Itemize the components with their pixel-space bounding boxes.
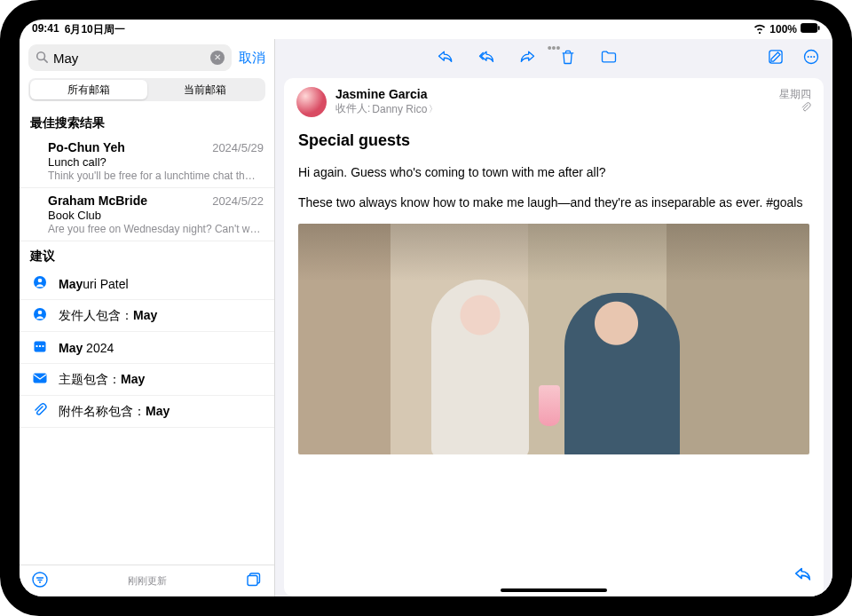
result-preview: Think you'll be free for a lunchtime cha… — [48, 170, 264, 182]
result-sender: Graham McBride — [48, 193, 147, 208]
suggestion-text: 附件名称包含：May — [59, 404, 170, 420]
email-body[interactable]: Special guests Hi again. Guess who's com… — [284, 122, 824, 591]
result-subject: Lunch call? — [48, 155, 264, 169]
suggestion-person[interactable]: Mayuri Patel — [20, 268, 274, 300]
multitask-dots-icon[interactable]: ••• — [548, 41, 561, 55]
person-icon — [32, 275, 48, 292]
sync-status: 刚刚更新 — [128, 574, 167, 588]
person-icon — [32, 307, 48, 324]
svg-rect-10 — [36, 345, 38, 347]
svg-rect-0 — [801, 23, 816, 32]
email-sender[interactable]: Jasmine Garcia — [335, 87, 770, 101]
sidebar: May ✕ 取消 所有邮箱 当前邮箱 最佳搜索结果 Po-Chun Yeh 20… — [20, 39, 275, 596]
reply-icon[interactable] — [437, 48, 454, 66]
battery-icon — [801, 23, 820, 36]
result-sender: Po-Chun Yeh — [48, 140, 125, 154]
main-pane: ••• — [275, 39, 832, 596]
svg-point-24 — [813, 56, 815, 58]
paperclip-icon — [32, 403, 48, 420]
envelope-icon — [32, 371, 48, 388]
filter-icon[interactable] — [32, 572, 48, 591]
cancel-button[interactable]: 取消 — [239, 50, 265, 67]
status-time: 09:41 — [32, 22, 59, 37]
avatar[interactable] — [296, 87, 327, 117]
reply-all-icon[interactable] — [477, 48, 495, 66]
scope-all-mailboxes[interactable]: 所有邮箱 — [30, 80, 147, 99]
move-folder-icon[interactable] — [600, 48, 618, 66]
more-icon[interactable] — [802, 48, 820, 66]
search-query: May — [53, 51, 205, 66]
suggestion-subject[interactable]: 主题包含：May — [20, 364, 274, 396]
email-card: Jasmine Garcia 收件人: Danny Rico 〉 星期四 — [284, 78, 824, 596]
top-hits-header: 最佳搜索结果 — [20, 108, 274, 135]
status-bar: 09:41 6月10日周一 100% — [20, 20, 832, 39]
scope-segmented-control[interactable]: 所有邮箱 当前邮箱 — [28, 78, 265, 101]
screen: 09:41 6月10日周一 100% — [20, 20, 832, 596]
wifi-icon — [753, 23, 766, 36]
svg-point-23 — [810, 56, 812, 58]
photo-attachment[interactable] — [298, 224, 809, 454]
search-input[interactable]: May ✕ — [28, 44, 232, 71]
svg-line-3 — [44, 59, 48, 62]
svg-point-5 — [38, 279, 43, 283]
email-paragraph: These two always know how to make me lau… — [298, 194, 809, 212]
suggestion-date[interactable]: May 2024 — [20, 332, 274, 364]
suggestions-header: 建议 — [20, 241, 274, 268]
chevron-right-icon: 〉 — [429, 103, 438, 115]
search-icon — [36, 51, 48, 66]
email-header: Jasmine Garcia 收件人: Danny Rico 〉 星期四 — [284, 78, 824, 122]
battery-pct: 100% — [769, 23, 797, 36]
svg-rect-13 — [34, 374, 47, 383]
suggestion-attachment[interactable]: 附件名称包含：May — [20, 396, 274, 428]
suggestion-text: Mayuri Patel — [59, 277, 129, 291]
email-paragraph: Hi again. Guess who's coming to town wit… — [298, 164, 809, 182]
status-date: 6月10日周一 — [65, 22, 125, 37]
reply-icon[interactable] — [793, 565, 813, 588]
compose-stack-icon[interactable] — [246, 572, 262, 591]
svg-rect-1 — [818, 26, 820, 30]
svg-rect-19 — [248, 575, 257, 585]
suggestion-text: 发件人包含：May — [59, 308, 157, 324]
compose-icon[interactable] — [767, 48, 785, 66]
home-indicator[interactable] — [501, 588, 607, 592]
sidebar-footer: 刚刚更新 — [20, 565, 274, 596]
search-result-item[interactable]: Graham McBride 2024/5/22 Book Club Are y… — [20, 188, 274, 241]
recipient-row[interactable]: 收件人: Danny Rico 〉 — [335, 101, 770, 116]
suggestion-text: 主题包含：May — [59, 372, 145, 388]
result-preview: Are you free on Wednesday night? Can't w… — [48, 223, 264, 235]
search-result-item[interactable]: Po-Chun Yeh 2024/5/29 Lunch call? Think … — [20, 135, 274, 188]
result-subject: Book Club — [48, 209, 264, 222]
clear-search-icon[interactable]: ✕ — [210, 51, 225, 65]
ipad-frame: 09:41 6月10日周一 100% — [0, 0, 852, 616]
calendar-icon — [32, 339, 48, 356]
suggestion-sender[interactable]: 发件人包含：May — [20, 300, 274, 332]
forward-icon[interactable] — [518, 48, 536, 66]
attachment-icon — [779, 102, 811, 115]
svg-rect-11 — [39, 345, 41, 347]
trash-icon[interactable] — [559, 48, 577, 66]
svg-point-22 — [808, 56, 809, 58]
suggestion-text: May 2024 — [59, 341, 114, 355]
email-subject: Special guests — [298, 131, 809, 150]
svg-rect-12 — [43, 345, 44, 347]
email-day: 星期四 — [779, 87, 811, 102]
scope-current-mailbox[interactable]: 当前邮箱 — [147, 80, 264, 99]
result-date: 2024/5/22 — [212, 194, 264, 208]
result-date: 2024/5/29 — [212, 141, 264, 154]
svg-point-7 — [38, 311, 43, 315]
